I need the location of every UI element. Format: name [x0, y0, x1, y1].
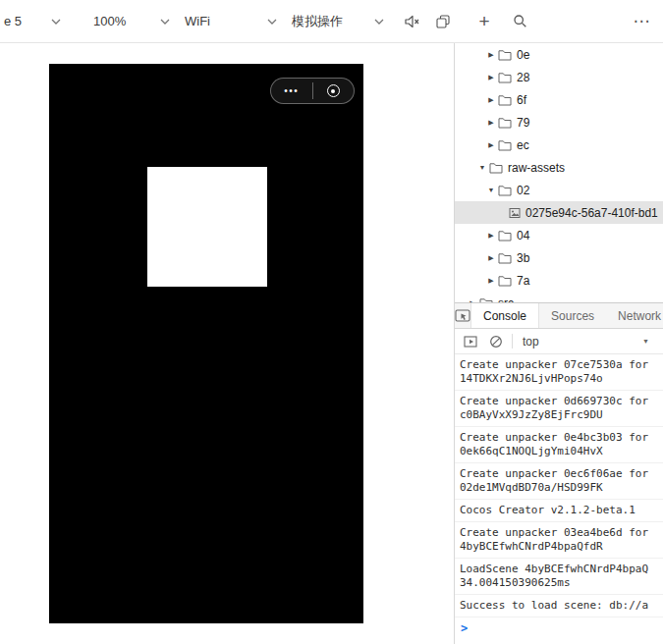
console-message-line: 14TDKXr2NJ6LjvHPops74o	[460, 372, 663, 386]
folder-icon	[498, 72, 512, 83]
main-area: ••• ▶ 0e ▶ 28 ▶ 6f	[0, 43, 663, 644]
network-selector[interactable]: WiFi	[185, 8, 277, 35]
console-message-line: 02de1MVqdBD70a/HSD99FK	[460, 481, 663, 495]
console-input[interactable]: >	[455, 617, 663, 639]
tree-item-raw-assets[interactable]: ▼ raw-assets	[455, 156, 663, 179]
simulate-operation-selector[interactable]: 模拟操作	[292, 8, 384, 35]
tree-item-79[interactable]: ▶ 79	[455, 111, 663, 134]
chevron-right-icon[interactable]: ▶	[485, 51, 497, 58]
overlapping-windows-icon	[436, 15, 450, 28]
chevron-down-icon[interactable]: ▼	[485, 187, 497, 193]
console-message-line: Cocos Creator v2.1.2-beta.1	[460, 504, 663, 517]
tab-console[interactable]: Console	[471, 303, 539, 328]
zoom-selector[interactable]: 100%	[93, 8, 170, 35]
console-message-line: 0ek66qC1NOQLjgYmi04HvX	[460, 445, 663, 458]
console-message-line: Create unpacker 0d669730c for	[460, 395, 663, 408]
top-toolbar: e 5 100% WiFi 模拟操作 + ⋯	[0, 0, 663, 43]
file-tree: ▶ 0e ▶ 28 ▶ 6f ▶ 79 ▶ e	[455, 43, 663, 302]
devtools-tab-bar: Console Sources Network	[455, 302, 663, 329]
chevron-right-icon[interactable]: ▶	[485, 74, 497, 80]
chevron-right-icon[interactable]: ▶	[485, 232, 497, 239]
mute-button[interactable]	[400, 10, 423, 33]
separate-window-button[interactable]	[431, 10, 455, 33]
tree-item-3b[interactable]: ▶ 3b	[455, 246, 663, 269]
folder-icon	[498, 117, 512, 129]
tree-item-04[interactable]: ▶ 04	[455, 224, 663, 246]
chevron-down-icon	[51, 19, 61, 25]
console-message-line: Create unpacker 07ce7530a for	[460, 358, 663, 372]
folder-icon	[498, 49, 512, 61]
capsule-home-button[interactable]	[313, 79, 355, 103]
chevron-right-icon[interactable]: ▶	[485, 254, 497, 261]
capsule-more-button[interactable]: •••	[271, 79, 312, 103]
console-message: LoadScene 4byBCEfwhCNrdP4bpaQ 34.0041503…	[455, 559, 663, 595]
folder-icon	[489, 162, 503, 174]
devtools-panel: Console Sources Network	[455, 302, 663, 644]
white-square	[147, 167, 267, 287]
chevron-right-icon[interactable]: ▶	[485, 96, 497, 103]
phone-screen[interactable]: •••	[49, 64, 363, 623]
console-message-line: 4byBCEfwhCNrdP4bpaQfdR	[460, 540, 663, 554]
network-selector-label: WiFi	[185, 14, 210, 28]
device-selector[interactable]: e 5	[4, 8, 61, 35]
capsule-menu: •••	[270, 78, 355, 104]
inspect-element-button[interactable]	[455, 303, 471, 328]
console-message: Create unpacker 07ce7530a for 14TDKXr2NJ…	[455, 354, 663, 391]
chevron-right-icon[interactable]: ▶	[485, 119, 497, 126]
tree-item-ec[interactable]: ▶ ec	[455, 134, 663, 156]
console-sidebar-toggle[interactable]	[461, 332, 480, 351]
clear-icon	[489, 335, 503, 349]
tree-item-6f[interactable]: ▶ 6f	[455, 88, 663, 111]
simulate-operation-label: 模拟操作	[292, 13, 343, 30]
chevron-right-icon[interactable]: ▶	[485, 277, 497, 284]
tree-item-7a[interactable]: ▶ 7a	[455, 269, 663, 292]
tab-network[interactable]: Network	[606, 303, 663, 328]
console-message-line: Create unpacker 03ea4be6d for	[460, 526, 663, 540]
tree-item-28[interactable]: ▶ 28	[455, 66, 663, 88]
sidebar-icon	[464, 336, 477, 348]
tree-item-label: 7a	[517, 274, 529, 288]
clear-console-button[interactable]	[486, 332, 506, 351]
inspect-cursor-icon	[455, 309, 470, 323]
console-toolbar: top ▼	[455, 329, 663, 354]
plus-icon: +	[478, 12, 489, 30]
dropdown-arrow-icon: ▼	[642, 338, 649, 345]
folder-icon	[498, 139, 512, 151]
tree-item-label: 79	[517, 116, 529, 130]
tree-item-label: 0e	[517, 48, 529, 62]
more-button[interactable]: ⋯	[630, 10, 653, 33]
tab-sources[interactable]: Sources	[539, 303, 606, 328]
tree-item-0e[interactable]: ▶ 0e	[455, 43, 663, 66]
chevron-down-icon	[374, 19, 384, 25]
console-message: Create unpacker 0d669730c for c0BAyVxX9J…	[455, 391, 663, 427]
chevron-down-icon[interactable]: ▼	[476, 164, 488, 171]
tree-item-label: 3b	[517, 251, 529, 265]
tree-item-label: 28	[517, 71, 529, 84]
tree-item-02[interactable]: ▼ 02	[455, 179, 663, 201]
folder-icon	[498, 230, 512, 242]
folder-icon	[498, 94, 512, 106]
console-message-line: Success to load scene: db://a	[460, 599, 663, 613]
image-icon	[509, 207, 521, 219]
console-message-line: 34.004150390625ms	[460, 576, 663, 590]
chevron-right-icon[interactable]: ▶	[485, 141, 497, 148]
console-prompt-icon: >	[461, 621, 468, 635]
console-log: Create unpacker 07ce7530a for 14TDKXr2NJ…	[455, 354, 663, 644]
tree-item-label: 6f	[517, 93, 526, 107]
tree-item-label: raw-assets	[508, 161, 565, 175]
tree-item-src[interactable]: ▶ src	[455, 292, 663, 302]
device-selector-label: e 5	[4, 14, 22, 28]
add-button[interactable]: +	[472, 10, 496, 33]
search-button[interactable]	[508, 10, 531, 33]
console-message: Success to load scene: db://a	[455, 595, 663, 617]
tree-item-asset-file[interactable]: 0275e94c-56a7-410f-bd1	[455, 201, 663, 224]
chevron-down-icon	[267, 19, 277, 25]
tree-item-label: 0275e94c-56a7-410f-bd1	[525, 206, 658, 220]
ellipsis-icon: •••	[284, 86, 299, 96]
context-selector[interactable]: top ▼	[519, 332, 657, 351]
tree-item-label: 02	[517, 184, 529, 197]
console-message-line: LoadScene 4byBCEfwhCNrdP4bpaQ	[460, 563, 663, 576]
console-message-line: c0BAyVxX9JzZy8EjFrc9DU	[460, 408, 663, 422]
right-pane: ▶ 0e ▶ 28 ▶ 6f ▶ 79 ▶ e	[454, 43, 663, 644]
tree-item-label: ec	[517, 138, 529, 152]
